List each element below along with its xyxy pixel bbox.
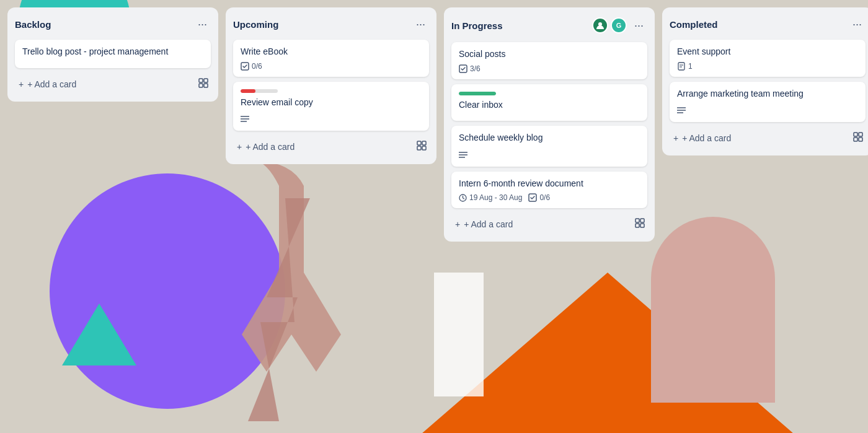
column-title-upcoming: Upcoming (233, 19, 278, 30)
template-icon-upcoming[interactable] (414, 138, 429, 155)
svg-rect-9 (422, 141, 426, 145)
add-card-btn-backlog[interactable]: + + Add a card (15, 74, 196, 94)
card-meta-social-posts: 3/6 (459, 64, 640, 73)
checklist-icon-ebook (241, 62, 249, 71)
card-social-posts[interactable]: Social posts 3/6 (451, 42, 647, 79)
add-card-row-completed: + + Add a card (670, 128, 866, 148)
svg-rect-29 (854, 133, 857, 136)
svg-rect-31 (854, 138, 857, 141)
add-icon-upcoming: + (237, 142, 242, 152)
svg-rect-32 (859, 138, 862, 141)
progress-bar-wrap-inbox (459, 92, 496, 95)
card-title-review-email: Review email copy (241, 97, 422, 109)
card-review-email[interactable]: Review email copy (233, 82, 429, 131)
column-in-progress: In Progress G ··· Social posts (444, 7, 655, 242)
card-event-support[interactable]: Event support 1 (670, 40, 866, 77)
card-clear-inbox[interactable]: Clear inbox (451, 84, 647, 121)
attachment-icon-event (677, 62, 686, 71)
add-icon-in-progress: + (455, 219, 460, 229)
card-title-event-support: Event support (677, 46, 858, 58)
clock-icon-intern (459, 194, 467, 202)
progress-bar-row-email (241, 89, 422, 93)
header-right-in-progress: G ··· (592, 17, 647, 33)
column-title-in-progress: In Progress (451, 20, 503, 31)
template-icon-backlog[interactable] (196, 76, 211, 93)
add-card-label-completed: + Add a card (682, 133, 731, 143)
add-card-label-backlog: + Add a card (27, 79, 76, 89)
add-card-row-in-progress: + + Add a card (451, 214, 647, 234)
card-meta-marketing-meeting (677, 103, 858, 116)
column-title-completed: Completed (670, 19, 718, 30)
card-meta-review-email (241, 112, 422, 125)
column-title-backlog: Backlog (15, 19, 51, 30)
column-header-completed: Completed ··· (670, 15, 866, 35)
avatar-green (592, 17, 608, 33)
column-more-completed[interactable]: ··· (849, 17, 866, 31)
column-completed: Completed ··· Event support 1 Arrange ma… (662, 7, 868, 155)
checklist-badge-ebook: 0/6 (241, 62, 262, 71)
card-marketing-meeting[interactable]: Arrange marketing team meeting (670, 82, 866, 123)
card-title-social-posts: Social posts (459, 48, 640, 61)
column-avatars-in-progress: G (592, 17, 627, 33)
checklist-icon-intern (528, 193, 537, 202)
column-header-upcoming: Upcoming ··· (233, 15, 429, 35)
progress-bar-wrap-email (241, 89, 278, 93)
avatar-icon-green (596, 21, 604, 30)
attachment-badge-event: 1 (677, 62, 693, 71)
lines-icon-marketing (677, 106, 686, 116)
kanban-board: Backlog ··· Trello blog post - project m… (0, 0, 868, 433)
add-card-row-upcoming: + + Add a card (233, 137, 429, 157)
card-schedule-blog[interactable]: Schedule weekly blog (451, 126, 647, 167)
lines-icon-blog (459, 151, 467, 160)
description-icon-blog (459, 151, 467, 159)
card-title-intern-review: Intern 6-month review document (459, 178, 640, 190)
add-card-label-upcoming: + Add a card (246, 142, 294, 152)
description-icon-marketing (677, 107, 686, 114)
svg-rect-22 (640, 224, 644, 227)
card-title-write-ebook: Write eBook (241, 46, 422, 58)
checklist-icon-social (459, 64, 467, 73)
card-meta-intern-review: 19 Aug - 30 Aug 0/6 (459, 193, 640, 202)
card-meta-schedule-blog (459, 148, 640, 160)
svg-rect-11 (422, 146, 426, 150)
svg-rect-21 (636, 224, 639, 227)
card-title-clear-inbox: Clear inbox (459, 99, 640, 112)
svg-rect-19 (636, 219, 639, 222)
svg-rect-10 (417, 146, 421, 150)
add-card-label-in-progress: + Add a card (464, 219, 513, 229)
column-backlog: Backlog ··· Trello blog post - project m… (7, 7, 218, 102)
card-title-marketing-meeting: Arrange marketing team meeting (677, 88, 858, 100)
card-intern-review[interactable]: Intern 6-month review document 19 Aug - … (451, 172, 647, 209)
progress-fill-email (241, 89, 255, 93)
card-trello-blog[interactable]: Trello blog post - project management (15, 40, 211, 68)
add-card-row-backlog: + + Add a card (15, 74, 211, 94)
add-icon-completed: + (673, 133, 678, 143)
svg-rect-0 (199, 79, 203, 82)
svg-rect-2 (199, 84, 203, 87)
progress-bar-row-inbox (459, 92, 640, 95)
svg-rect-8 (417, 141, 421, 145)
avatar-teal: G (611, 17, 627, 33)
column-title-row-progress: In Progress (451, 20, 503, 31)
svg-rect-1 (204, 79, 208, 82)
svg-rect-23 (678, 63, 684, 70)
column-more-upcoming[interactable]: ··· (412, 17, 429, 31)
card-meta-write-ebook: 0/6 (241, 62, 422, 71)
column-more-backlog[interactable]: ··· (194, 17, 211, 31)
card-title-trello-blog: Trello blog post - project management (22, 46, 203, 58)
add-card-btn-completed[interactable]: + + Add a card (670, 128, 851, 148)
lines-icon-email (241, 115, 249, 125)
add-card-btn-upcoming[interactable]: + + Add a card (233, 137, 414, 157)
template-icon-in-progress[interactable] (632, 216, 647, 233)
column-more-in-progress[interactable]: ··· (631, 19, 647, 32)
svg-rect-30 (859, 133, 862, 136)
progress-fill-inbox (459, 92, 496, 95)
template-icon-completed[interactable] (851, 129, 866, 147)
add-card-btn-in-progress[interactable]: + + Add a card (451, 214, 632, 234)
column-header-in-progress: In Progress G ··· (451, 15, 647, 37)
checklist-badge-social: 3/6 (459, 64, 480, 73)
card-meta-event-support: 1 (677, 62, 858, 71)
card-write-ebook[interactable]: Write eBook 0/6 (233, 40, 429, 77)
column-header-backlog: Backlog ··· (15, 15, 211, 35)
add-icon-backlog: + (19, 79, 24, 89)
